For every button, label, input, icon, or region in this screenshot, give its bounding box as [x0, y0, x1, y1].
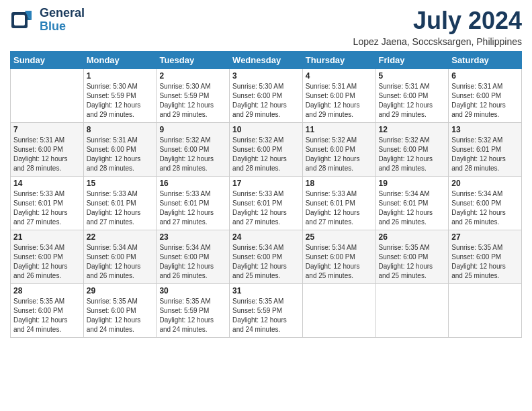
day-info: Sunrise: 5:31 AM Sunset: 6:00 PM Dayligh… [306, 82, 373, 120]
day-number: 7 [13, 125, 81, 134]
calendar-week-row: 1Sunrise: 5:30 AM Sunset: 5:59 PM Daylig… [11, 69, 522, 123]
day-number: 16 [159, 179, 226, 188]
calendar-cell: 21Sunrise: 5:34 AM Sunset: 6:00 PM Dayli… [11, 230, 84, 284]
day-number: 30 [159, 286, 226, 295]
day-number: 11 [306, 125, 373, 134]
day-of-week-header: Tuesday [157, 52, 230, 69]
day-info: Sunrise: 5:35 AM Sunset: 5:59 PM Dayligh… [159, 297, 226, 334]
day-info: Sunrise: 5:30 AM Sunset: 5:59 PM Dayligh… [87, 82, 154, 120]
day-of-week-header: Thursday [302, 52, 375, 69]
calendar-cell: 7Sunrise: 5:31 AM Sunset: 6:00 PM Daylig… [11, 123, 84, 177]
day-info: Sunrise: 5:31 AM Sunset: 6:00 PM Dayligh… [451, 82, 519, 120]
day-of-week-header: Friday [375, 52, 449, 69]
day-number: 12 [379, 125, 446, 134]
day-number: 13 [451, 125, 519, 134]
calendar-week-row: 14Sunrise: 5:33 AM Sunset: 6:01 PM Dayli… [11, 177, 522, 230]
day-info: Sunrise: 5:32 AM Sunset: 6:00 PM Dayligh… [232, 136, 300, 173]
logo-blue-text: Blue [40, 20, 85, 34]
calendar-cell: 17Sunrise: 5:33 AM Sunset: 6:01 PM Dayli… [230, 177, 303, 230]
day-number: 20 [451, 179, 519, 188]
calendar-cell [302, 284, 375, 338]
day-info: Sunrise: 5:34 AM Sunset: 6:00 PM Dayligh… [232, 243, 300, 281]
calendar-cell: 1Sunrise: 5:30 AM Sunset: 5:59 PM Daylig… [83, 69, 157, 123]
logo-text: General Blue [40, 7, 85, 34]
day-number: 1 [87, 71, 154, 81]
calendar-cell: 13Sunrise: 5:32 AM Sunset: 6:01 PM Dayli… [449, 123, 522, 177]
calendar-week-row: 28Sunrise: 5:35 AM Sunset: 6:00 PM Dayli… [11, 284, 522, 338]
day-number: 29 [87, 286, 154, 295]
day-number: 25 [306, 232, 373, 242]
day-number: 18 [306, 179, 373, 188]
day-number: 4 [306, 71, 373, 81]
calendar-cell: 6Sunrise: 5:31 AM Sunset: 6:00 PM Daylig… [449, 69, 522, 123]
day-number: 6 [451, 71, 519, 81]
day-info: Sunrise: 5:32 AM Sunset: 6:00 PM Dayligh… [159, 136, 226, 173]
day-info: Sunrise: 5:30 AM Sunset: 6:00 PM Dayligh… [232, 82, 300, 120]
day-number: 21 [13, 232, 81, 242]
calendar-week-row: 7Sunrise: 5:31 AM Sunset: 6:00 PM Daylig… [11, 123, 522, 177]
day-of-week-header: Monday [83, 52, 157, 69]
svg-rect-1 [14, 15, 25, 26]
calendar-table: SundayMondayTuesdayWednesdayThursdayFrid… [10, 51, 522, 338]
day-number: 17 [232, 179, 300, 188]
day-number: 31 [232, 286, 300, 295]
day-number: 10 [232, 125, 300, 134]
calendar-cell: 8Sunrise: 5:31 AM Sunset: 6:00 PM Daylig… [83, 123, 157, 177]
day-of-week-header: Wednesday [230, 52, 303, 69]
calendar-cell: 9Sunrise: 5:32 AM Sunset: 6:00 PM Daylig… [157, 123, 230, 177]
day-info: Sunrise: 5:35 AM Sunset: 6:00 PM Dayligh… [87, 297, 154, 334]
logo-general-text: General [40, 7, 85, 20]
day-number: 26 [379, 232, 446, 242]
calendar-cell: 15Sunrise: 5:33 AM Sunset: 6:01 PM Dayli… [83, 177, 157, 230]
day-number: 27 [451, 232, 519, 242]
day-of-week-header: Saturday [449, 52, 522, 69]
calendar-cell [11, 69, 84, 123]
calendar-cell: 30Sunrise: 5:35 AM Sunset: 5:59 PM Dayli… [157, 284, 230, 338]
calendar-cell: 2Sunrise: 5:30 AM Sunset: 5:59 PM Daylig… [157, 69, 230, 123]
day-info: Sunrise: 5:34 AM Sunset: 6:00 PM Dayligh… [451, 189, 519, 227]
day-number: 22 [87, 232, 154, 242]
calendar-cell: 27Sunrise: 5:35 AM Sunset: 6:00 PM Dayli… [449, 230, 522, 284]
calendar-cell: 10Sunrise: 5:32 AM Sunset: 6:00 PM Dayli… [230, 123, 303, 177]
calendar-cell: 3Sunrise: 5:30 AM Sunset: 6:00 PM Daylig… [230, 69, 303, 123]
calendar-cell: 16Sunrise: 5:33 AM Sunset: 6:01 PM Dayli… [157, 177, 230, 230]
day-info: Sunrise: 5:30 AM Sunset: 5:59 PM Dayligh… [159, 82, 226, 120]
calendar-cell: 24Sunrise: 5:34 AM Sunset: 6:00 PM Dayli… [230, 230, 303, 284]
calendar-cell: 25Sunrise: 5:34 AM Sunset: 6:00 PM Dayli… [302, 230, 375, 284]
calendar-cell: 20Sunrise: 5:34 AM Sunset: 6:00 PM Dayli… [449, 177, 522, 230]
day-info: Sunrise: 5:33 AM Sunset: 6:01 PM Dayligh… [306, 189, 373, 227]
day-info: Sunrise: 5:35 AM Sunset: 5:59 PM Dayligh… [232, 297, 300, 334]
calendar-cell: 12Sunrise: 5:32 AM Sunset: 6:00 PM Dayli… [375, 123, 449, 177]
day-info: Sunrise: 5:34 AM Sunset: 6:00 PM Dayligh… [13, 243, 81, 281]
day-number: 24 [232, 232, 300, 242]
calendar-header-row: SundayMondayTuesdayWednesdayThursdayFrid… [11, 52, 522, 69]
day-number: 8 [87, 125, 154, 134]
calendar-cell: 18Sunrise: 5:33 AM Sunset: 6:01 PM Dayli… [302, 177, 375, 230]
calendar-cell: 22Sunrise: 5:34 AM Sunset: 6:00 PM Dayli… [83, 230, 157, 284]
location-subtitle: Lopez Jaena, Soccsksargen, Philippines [353, 36, 522, 47]
day-info: Sunrise: 5:35 AM Sunset: 6:00 PM Dayligh… [13, 297, 81, 334]
day-number: 2 [159, 71, 226, 81]
day-of-week-header: Sunday [11, 52, 84, 69]
month-year-title: July 2024 [353, 7, 522, 35]
day-info: Sunrise: 5:33 AM Sunset: 6:01 PM Dayligh… [87, 189, 154, 227]
calendar-cell: 26Sunrise: 5:35 AM Sunset: 6:00 PM Dayli… [375, 230, 449, 284]
calendar-cell [375, 284, 449, 338]
day-number: 15 [87, 179, 154, 188]
logo-icon [10, 7, 37, 34]
day-number: 23 [159, 232, 226, 242]
day-info: Sunrise: 5:34 AM Sunset: 6:00 PM Dayligh… [306, 243, 373, 281]
logo: General Blue [10, 7, 85, 34]
day-number: 3 [232, 71, 300, 81]
calendar-cell: 19Sunrise: 5:34 AM Sunset: 6:01 PM Dayli… [375, 177, 449, 230]
day-number: 9 [159, 125, 226, 134]
day-number: 14 [13, 179, 81, 188]
calendar-cell: 11Sunrise: 5:32 AM Sunset: 6:00 PM Dayli… [302, 123, 375, 177]
day-info: Sunrise: 5:34 AM Sunset: 6:00 PM Dayligh… [87, 243, 154, 281]
day-info: Sunrise: 5:33 AM Sunset: 6:01 PM Dayligh… [159, 189, 226, 227]
calendar-cell: 5Sunrise: 5:31 AM Sunset: 6:00 PM Daylig… [375, 69, 449, 123]
calendar-cell: 14Sunrise: 5:33 AM Sunset: 6:01 PM Dayli… [11, 177, 84, 230]
calendar-cell: 29Sunrise: 5:35 AM Sunset: 6:00 PM Dayli… [83, 284, 157, 338]
calendar-cell: 23Sunrise: 5:34 AM Sunset: 6:00 PM Dayli… [157, 230, 230, 284]
title-area: July 2024 Lopez Jaena, Soccsksargen, Phi… [353, 7, 522, 47]
